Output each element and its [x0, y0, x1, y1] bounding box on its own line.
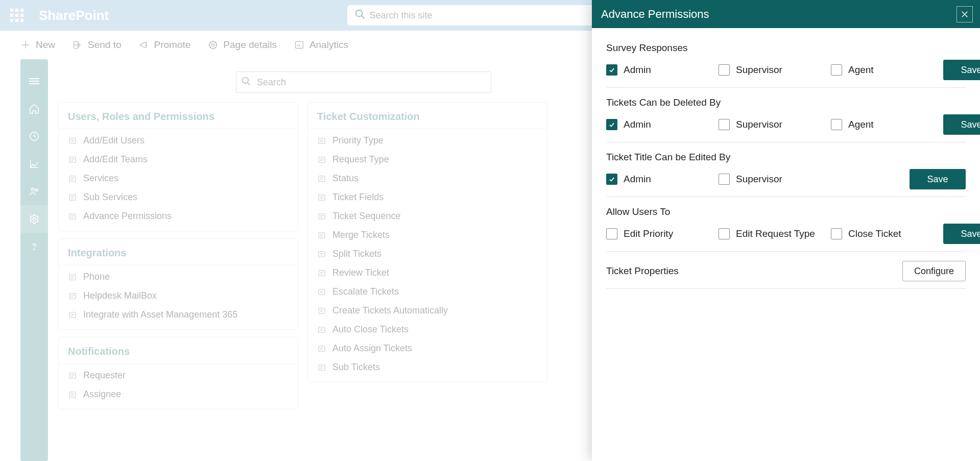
promote-label: Promote [154, 39, 191, 51]
list-item[interactable]: Merge Tickets [313, 226, 542, 245]
list-item-label: Services [83, 173, 118, 184]
promote-button[interactable]: Promote [139, 39, 191, 51]
card-users-roles: Users, Roles and Permissions Add/Edit Us… [58, 102, 298, 231]
list-item[interactable]: Sub Services [64, 188, 293, 207]
nav-users[interactable] [20, 178, 48, 205]
list-item[interactable]: Advance Permissions [64, 207, 293, 226]
nav-home[interactable] [20, 95, 48, 123]
checkbox[interactable] [831, 228, 842, 239]
list-item-label: Helpdesk MailBox [83, 290, 157, 301]
list-item[interactable]: Sub Tickets [313, 358, 542, 377]
nav-hamburger[interactable] [20, 67, 48, 95]
nav-help[interactable] [20, 233, 48, 260]
checkbox[interactable] [719, 228, 730, 239]
list-item-label: Priority Type [332, 135, 384, 146]
nav-settings[interactable] [20, 205, 48, 233]
send-to-button[interactable]: Send to [73, 39, 122, 51]
close-button[interactable] [957, 6, 973, 22]
card-notifications: Notifications RequesterAssignee [58, 337, 298, 409]
list-item[interactable]: Status [313, 169, 542, 188]
card-title: Notifications [59, 337, 298, 364]
svg-rect-54 [319, 176, 325, 181]
section-title: Tickets Can be Deleted By [606, 97, 966, 108]
checkbox-label: Supervisor [736, 119, 782, 130]
list-item[interactable]: Assignee [64, 385, 293, 404]
site-search-input[interactable] [347, 5, 633, 26]
checkbox-option[interactable]: Edit Priority [606, 228, 719, 239]
svg-rect-24 [69, 176, 76, 181]
svg-rect-57 [319, 195, 325, 200]
checkbox[interactable] [719, 64, 730, 76]
checkbox-option[interactable]: Close Ticket [831, 228, 943, 239]
advance-permissions-panel: Advance Permissions Survey ResponsesAdmi… [592, 0, 980, 461]
list-item[interactable]: Services [64, 169, 293, 188]
checkbox-label: Edit Request Type [736, 228, 815, 239]
checkbox[interactable] [606, 174, 617, 185]
list-item-label: Split Tickets [332, 249, 381, 259]
list-item[interactable]: Requester [64, 366, 293, 385]
checkbox-label: Supervisor [736, 174, 782, 185]
checkbox-option[interactable]: Supervisor [719, 64, 831, 76]
checkbox-option[interactable]: Supervisor [719, 119, 831, 130]
list-item[interactable]: Priority Type [313, 131, 542, 150]
save-button[interactable]: Save [910, 169, 966, 189]
side-nav [20, 59, 48, 461]
list-item[interactable]: Auto Close Tickets [313, 320, 542, 339]
checkbox-option[interactable]: Agent [831, 119, 943, 130]
checkbox-option[interactable]: Supervisor [719, 174, 831, 185]
list-item[interactable]: Escalate Tickets [313, 282, 542, 301]
checkbox[interactable] [606, 119, 617, 130]
local-search-input[interactable] [236, 71, 491, 93]
checkbox[interactable] [606, 228, 617, 239]
checkbox-option[interactable]: Admin [606, 64, 719, 76]
checkbox[interactable] [606, 64, 617, 76]
save-button[interactable]: Save [943, 224, 980, 244]
list-item[interactable]: Integrate with Asset Management 365 [64, 305, 293, 324]
list-item[interactable]: Review Ticket [313, 263, 542, 282]
checkbox[interactable] [831, 64, 842, 76]
checkbox-option[interactable]: Edit Request Type [719, 228, 831, 239]
checkbox-option[interactable]: Admin [606, 119, 719, 130]
svg-point-13 [35, 189, 38, 191]
send-to-label: Send to [88, 39, 122, 51]
svg-rect-27 [69, 195, 76, 200]
list-item-label: Advance Permissions [83, 211, 172, 222]
analytics-button[interactable]: Analytics [294, 39, 348, 51]
checkbox-option[interactable]: Agent [831, 64, 943, 76]
save-button[interactable]: Save [943, 60, 980, 80]
list-item[interactable]: Ticket Sequence [313, 207, 542, 226]
page-details-button[interactable]: Page details [208, 39, 277, 51]
nav-reports[interactable] [20, 150, 48, 178]
nav-dashboard[interactable] [20, 123, 48, 150]
save-button[interactable]: Save [943, 114, 980, 135]
list-item-label: Requester [83, 370, 126, 381]
list-item[interactable]: Ticket Fields [313, 188, 542, 207]
app-launcher-icon[interactable] [10, 9, 23, 22]
list-item[interactable]: Helpdesk MailBox [64, 286, 293, 305]
list-item-label: Add/Edit Teams [83, 154, 148, 165]
svg-rect-33 [69, 274, 76, 280]
list-item-label: Escalate Tickets [332, 286, 399, 297]
list-item[interactable]: Phone [64, 268, 293, 286]
list-item[interactable]: Request Type [313, 150, 542, 169]
list-item-label: Status [332, 173, 358, 184]
new-button[interactable]: New [20, 39, 55, 51]
checkbox[interactable] [831, 119, 842, 130]
section-title: Ticket Properties [606, 265, 679, 277]
list-item[interactable]: Add/Edit Users [64, 131, 293, 150]
list-item[interactable]: Auto Assign Tickets [313, 339, 542, 358]
configure-button[interactable]: Configure [902, 261, 966, 281]
svg-rect-39 [69, 312, 76, 318]
svg-rect-69 [319, 270, 325, 276]
permission-section: Tickets Can be Deleted ByAdminSupervisor… [606, 88, 966, 142]
checkbox[interactable] [719, 119, 730, 130]
checkbox-option[interactable]: Admin [606, 174, 719, 185]
list-item-label: Ticket Fields [332, 192, 384, 203]
list-item[interactable]: Add/Edit Teams [64, 150, 293, 169]
list-item[interactable]: Create Tickets Automatically [313, 301, 542, 320]
svg-rect-30 [69, 213, 76, 219]
list-item[interactable]: Split Tickets [313, 245, 542, 263]
list-item-label: Auto Close Tickets [332, 324, 409, 335]
analytics-label: Analytics [309, 39, 348, 51]
checkbox[interactable] [719, 174, 730, 185]
